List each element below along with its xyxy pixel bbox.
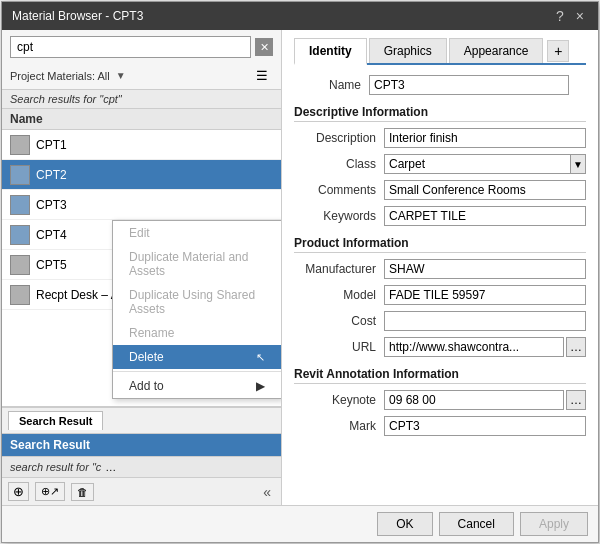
description-input[interactable] <box>384 128 586 148</box>
class-select-wrapper: ▼ <box>384 154 586 174</box>
list-options-button[interactable]: ☰ <box>251 66 273 85</box>
class-label: Class <box>294 157 384 171</box>
keynote-label: Keynote <box>294 393 384 407</box>
cancel-button[interactable]: Cancel <box>439 512 514 536</box>
model-label: Model <box>294 288 384 302</box>
tab-identity[interactable]: Identity <box>294 38 367 65</box>
search-row: ✕ <box>2 30 281 64</box>
keywords-label: Keywords <box>294 209 384 223</box>
description-row: Description <box>294 128 586 148</box>
titlebar-controls: ? × <box>552 9 588 23</box>
mark-row: Mark <box>294 416 586 436</box>
cursor-indicator: ↖ <box>256 351 265 364</box>
active-section-label: Search Result <box>10 438 90 452</box>
keynote-input[interactable] <box>384 390 564 410</box>
right-tabs: Identity Graphics Appearance + <box>294 38 586 65</box>
item-icon-cpt5 <box>10 255 30 275</box>
manufacturer-label: Manufacturer <box>294 262 384 276</box>
descriptive-section-header: Descriptive Information <box>294 105 586 122</box>
keywords-row: Keywords <box>294 206 586 226</box>
ctx-add-to[interactable]: Add to ▶ <box>113 374 281 398</box>
ctx-separator <box>113 371 281 372</box>
ctx-delete[interactable]: Delete ↖ <box>113 345 281 369</box>
ctx-duplicate-material[interactable]: Duplicate Material and Assets <box>113 245 281 283</box>
item-icon-cpt1 <box>10 135 30 155</box>
list-col-header: Name <box>2 109 281 130</box>
class-select-arrow[interactable]: ▼ <box>570 154 586 174</box>
mark-label: Mark <box>294 419 384 433</box>
ctx-rename[interactable]: Rename <box>113 321 281 345</box>
ok-button[interactable]: OK <box>377 512 432 536</box>
class-input[interactable] <box>384 154 570 174</box>
url-input[interactable] <box>384 337 564 357</box>
purge-button[interactable]: 🗑 <box>71 483 94 501</box>
material-list: CPT1 CPT2 CPT3 CPT4 CPT5 <box>2 130 281 407</box>
url-field-wrapper: … <box>384 337 586 357</box>
cost-row: Cost <box>294 311 586 331</box>
item-name-cpt5: CPT5 <box>36 258 67 272</box>
search-input[interactable] <box>10 36 251 58</box>
manufacturer-input[interactable] <box>384 259 586 279</box>
dialog-footer: OK Cancel Apply <box>2 505 598 542</box>
filter-label: Project Materials: All <box>10 70 110 82</box>
tabs-row: Search Result <box>2 408 281 434</box>
dialog-title: Material Browser - CPT3 <box>12 9 143 23</box>
apply-button[interactable]: Apply <box>520 512 588 536</box>
item-name-cpt4: CPT4 <box>36 228 67 242</box>
revit-section-header: Revit Annotation Information <box>294 367 586 384</box>
item-icon-cpt3 <box>10 195 30 215</box>
filter-row: Project Materials: All ▼ ☰ <box>2 64 281 90</box>
item-icon-cpt4 <box>10 225 30 245</box>
description-label: Description <box>294 131 384 145</box>
search-result-tab[interactable]: Search Result <box>8 411 103 430</box>
left-toolbar: ⊕ ⊕↗ 🗑 « <box>2 477 281 505</box>
item-name-cpt3: CPT3 <box>36 198 67 212</box>
item-icon-cpt2 <box>10 165 30 185</box>
tab-appearance[interactable]: Appearance <box>449 38 544 63</box>
model-input[interactable] <box>384 285 586 305</box>
ctx-duplicate-shared[interactable]: Duplicate Using Shared Assets <box>113 283 281 321</box>
model-row: Model <box>294 285 586 305</box>
url-row: URL … <box>294 337 586 357</box>
mark-input[interactable] <box>384 416 586 436</box>
item-name-cpt1: CPT1 <box>36 138 67 152</box>
keynote-row: Keynote … <box>294 390 586 410</box>
comments-label: Comments <box>294 183 384 197</box>
keynote-field-wrapper: … <box>384 390 586 410</box>
keywords-input[interactable] <box>384 206 586 226</box>
search-results-label: Search results for "cpt" <box>2 90 281 109</box>
close-button[interactable]: × <box>572 9 588 23</box>
search-clear-button[interactable]: ✕ <box>255 38 273 56</box>
keynote-ellipsis-button[interactable]: … <box>566 390 586 410</box>
list-item-cpt2[interactable]: CPT2 <box>2 160 281 190</box>
left-panel: ✕ Project Materials: All ▼ ☰ Search resu… <box>2 30 282 505</box>
duplicate-button[interactable]: ⊕↗ <box>35 482 65 501</box>
comments-row: Comments <box>294 180 586 200</box>
url-label: URL <box>294 340 384 354</box>
left-bottom: Search Result Search Result search resul… <box>2 407 281 505</box>
url-ellipsis-button[interactable]: … <box>566 337 586 357</box>
add-material-button[interactable]: ⊕ <box>8 482 29 501</box>
context-menu: Edit Duplicate Material and Assets Dupli… <box>112 220 281 399</box>
name-row: Name <box>294 75 586 95</box>
help-button[interactable]: ? <box>552 9 568 23</box>
comments-input[interactable] <box>384 180 586 200</box>
class-row: Class ▼ <box>294 154 586 174</box>
list-item-cpt3[interactable]: CPT3 <box>2 190 281 220</box>
cost-label: Cost <box>294 314 384 328</box>
item-name-cpt2: CPT2 <box>36 168 67 182</box>
name-input[interactable] <box>369 75 569 95</box>
search-result-info: search result for "c … <box>2 456 281 477</box>
tab-add-button[interactable]: + <box>547 40 569 62</box>
list-item-cpt1[interactable]: CPT1 <box>2 130 281 160</box>
material-browser-dialog: Material Browser - CPT3 ? × ✕ Project Ma… <box>1 1 599 543</box>
tab-graphics[interactable]: Graphics <box>369 38 447 63</box>
titlebar: Material Browser - CPT3 ? × <box>2 2 598 30</box>
filter-icon[interactable]: ▼ <box>116 70 126 81</box>
ctx-edit[interactable]: Edit <box>113 221 281 245</box>
manufacturer-row: Manufacturer <box>294 259 586 279</box>
product-section-header: Product Information <box>294 236 586 253</box>
cost-input[interactable] <box>384 311 586 331</box>
search-result-text: search result for "c <box>10 461 101 473</box>
collapse-left-button[interactable]: « <box>259 484 275 500</box>
